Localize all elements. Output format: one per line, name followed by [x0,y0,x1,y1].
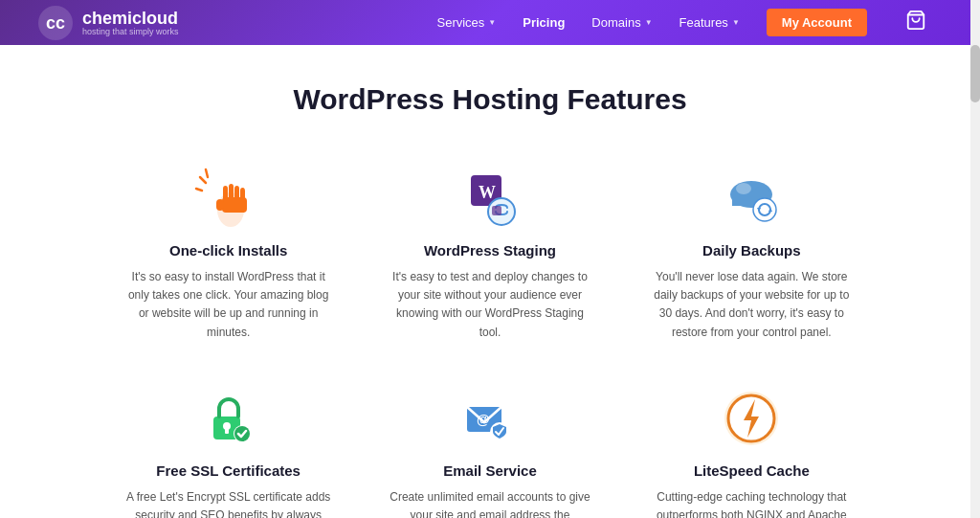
email-service-title: Email Service [443,462,537,479]
svg-text:cc: cc [46,13,65,33]
cart-icon[interactable] [905,10,926,35]
svg-point-22 [753,198,776,221]
wordpress-staging-title: WordPress Staging [424,242,556,259]
one-click-installs-desc: It's so easy to install WordPress that i… [126,268,330,342]
chevron-down-icon: ▼ [732,18,740,27]
page-title: WordPress Hosting Features [0,83,980,116]
feature-litespeed-cache: LiteSpeed Cache Cutting-edge caching tec… [631,374,873,518]
feature-email-service: @ Email Service Create unlimited email a… [368,374,611,518]
free-ssl-icon [194,384,263,453]
scrollbar-track[interactable] [970,0,980,518]
nav-pricing[interactable]: Pricing [523,15,565,30]
svg-text:W: W [479,183,496,202]
litespeed-cache-desc: Cutting-edge caching technology that out… [650,488,854,518]
svg-line-11 [196,189,202,191]
navbar: cc chemicloud hosting that simply works … [0,0,980,45]
nav-domains[interactable]: Domains ▼ [591,15,652,30]
feature-daily-backups: Daily Backups You'll never lose data aga… [631,154,873,365]
daily-backups-desc: You'll never lose data again. We store d… [650,268,854,342]
features-grid: One-click Installs It's so easy to insta… [69,154,911,518]
logo-name: chemicloud [82,10,179,27]
svg-rect-16 [492,206,501,215]
logo[interactable]: cc chemicloud hosting that simply works [38,6,179,40]
svg-line-12 [206,169,208,177]
litespeed-cache-title: LiteSpeed Cache [694,462,810,479]
svg-rect-9 [216,199,224,211]
email-service-desc: Create unlimited email accounts to give … [388,488,591,518]
one-click-installs-title: One-click Installs [169,242,287,259]
free-ssl-title: Free SSL Certificates [156,462,301,479]
svg-text:@: @ [477,412,490,427]
feature-one-click-installs: One-click Installs It's so easy to insta… [107,154,349,365]
one-click-installs-icon [194,164,263,233]
nav-services[interactable]: Services ▼ [436,15,496,30]
svg-line-10 [200,177,206,183]
wordpress-staging-desc: It's easy to test and deploy changes to … [388,268,591,342]
logo-tagline: hosting that simply works [82,27,179,36]
daily-backups-icon [717,164,786,233]
feature-free-ssl: Free SSL Certificates A free Let's Encry… [107,374,349,518]
daily-backups-title: Daily Backups [702,242,801,259]
svg-rect-8 [222,197,247,213]
nav-features[interactable]: Features ▼ [679,15,740,30]
chevron-down-icon: ▼ [488,18,496,27]
my-account-button[interactable]: My Account [767,9,867,36]
svg-rect-27 [225,428,229,434]
feature-wordpress-staging: W WordPress Staging It's easy to test an… [368,154,611,365]
email-service-icon: @ [456,384,524,453]
free-ssl-desc: A free Let's Encrypt SSL certificate add… [126,488,330,518]
nav-links: Services ▼ Pricing Domains ▼ Features ▼ … [436,9,926,36]
wordpress-staging-icon: W [456,164,524,233]
main-content: WordPress Hosting Features [0,45,980,518]
litespeed-cache-icon [717,384,786,453]
svg-point-21 [736,183,751,194]
chevron-down-icon: ▼ [645,18,653,27]
scrollbar-thumb[interactable] [970,45,980,102]
